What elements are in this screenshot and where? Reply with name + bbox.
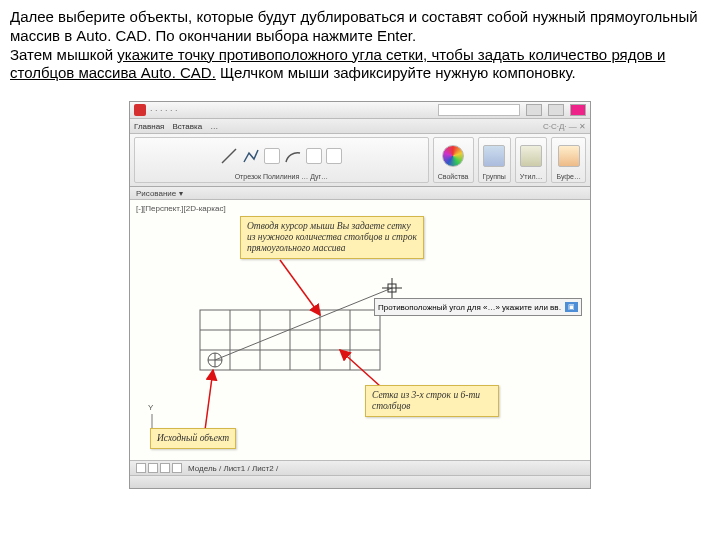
autocad-screenshot: · · · · · · Главная Вставка … С·С·Д· — ✕ <box>129 101 591 489</box>
window-max-button[interactable] <box>548 104 564 116</box>
tab-labels[interactable]: Модель / Лист1 / Лист2 / <box>188 464 278 473</box>
subbar-label[interactable]: Рисование ▾ <box>136 189 183 198</box>
svg-line-16 <box>280 260 320 315</box>
search-field[interactable] <box>438 104 520 116</box>
drawing-canvas[interactable]: [-][Перспект.][2D-каркас] <box>130 200 590 460</box>
svg-line-12 <box>215 288 392 360</box>
dynamic-input-prompt[interactable]: Противоположный угол для «…» укажите или… <box>374 298 582 316</box>
instr-line2a: Затем мышкой <box>10 46 117 63</box>
draw-icon-3[interactable] <box>326 148 342 164</box>
svg-line-17 <box>205 370 213 430</box>
arc-icon[interactable] <box>284 147 302 165</box>
window-min-button[interactable] <box>526 104 542 116</box>
panel-label-util: Утил… <box>520 173 543 180</box>
svg-text:Y: Y <box>148 403 154 412</box>
ribbon-panel-props[interactable]: Свойства <box>433 137 474 183</box>
color-wheel-icon[interactable] <box>442 145 464 167</box>
quick-access-dots: · · · · · · <box>150 105 178 115</box>
menu-more[interactable]: … <box>210 122 218 131</box>
panel-label-draw: Отрезок Полилиния … Дуг… <box>235 173 328 180</box>
ribbon-subbar[interactable]: Рисование ▾ <box>130 187 590 200</box>
app-icon <box>134 104 146 116</box>
polyline-icon[interactable] <box>242 147 260 165</box>
callout-grid: Сетка из 3-х строк и 6-ти столбцов <box>365 385 499 417</box>
layout-tabs[interactable]: Модель / Лист1 / Лист2 / <box>130 460 590 475</box>
menu-home[interactable]: Главная <box>134 122 164 131</box>
prompt-text: Противоположный угол для «…» укажите или… <box>378 303 562 312</box>
ribbon-panel-groups[interactable]: Группы <box>478 137 511 183</box>
clipboard-icon[interactable] <box>558 145 580 167</box>
callout-source: Исходный объект <box>150 428 236 449</box>
tab-nav-buttons[interactable] <box>136 463 182 473</box>
callout-top: Отводя курсор мыши Вы задаете сетку из н… <box>240 216 424 259</box>
groups-icon[interactable] <box>483 145 505 167</box>
menu-insert[interactable]: Вставка <box>172 122 202 131</box>
panel-label-clip: Буфе… <box>556 173 581 180</box>
prompt-ok-icon[interactable]: ▣ <box>565 302 578 312</box>
tab-nav-first-icon[interactable] <box>136 463 146 473</box>
util-icon[interactable] <box>520 145 542 167</box>
tab-nav-last-icon[interactable] <box>172 463 182 473</box>
line-icon[interactable] <box>220 147 238 165</box>
ribbon: Отрезок Полилиния … Дуг… Свойства Группы… <box>130 134 590 187</box>
status-bar <box>130 475 590 488</box>
draw-icon[interactable] <box>264 148 280 164</box>
ribbon-panel-draw[interactable]: Отрезок Полилиния … Дуг… <box>134 137 429 183</box>
ribbon-panel-util[interactable]: Утил… <box>515 137 548 183</box>
tab-nav-prev-icon[interactable] <box>148 463 158 473</box>
menu-bar[interactable]: Главная Вставка … С·С·Д· — ✕ <box>130 119 590 134</box>
ribbon-panel-clip[interactable]: Буфе… <box>551 137 586 183</box>
instruction-text: Далее выберите объекты, которые будут ду… <box>10 8 710 83</box>
svg-line-0 <box>222 149 236 163</box>
menu-right-dots: С·С·Д· — ✕ <box>543 122 586 131</box>
window-close-button[interactable] <box>570 104 586 116</box>
instr-line1: Далее выберите объекты, которые будут ду… <box>10 8 698 44</box>
window-titlebar: · · · · · · <box>130 102 590 119</box>
panel-label-groups: Группы <box>483 173 506 180</box>
instr-line2b: Щелчком мыши зафиксируйте нужную компоно… <box>216 64 576 81</box>
draw-icon-2[interactable] <box>306 148 322 164</box>
panel-label-props: Свойства <box>438 173 469 180</box>
tab-nav-next-icon[interactable] <box>160 463 170 473</box>
